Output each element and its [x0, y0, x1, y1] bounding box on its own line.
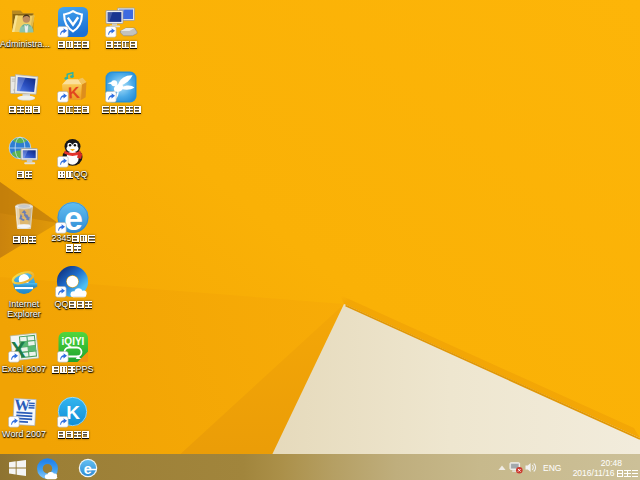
svg-text:W: W: [14, 396, 31, 414]
svg-text:K: K: [67, 84, 80, 102]
svg-text:iQIYI: iQIYI: [62, 336, 85, 347]
